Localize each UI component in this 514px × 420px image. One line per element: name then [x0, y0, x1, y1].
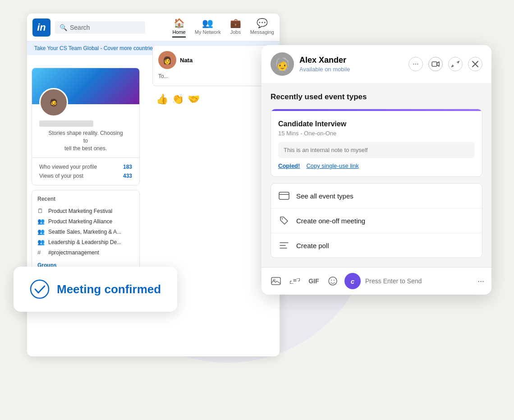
- menu-item-one-off-label: Create one-off meeting: [296, 217, 365, 225]
- menu-item-all-events-label: See all event types: [296, 192, 353, 200]
- sidebar-item-3[interactable]: 👥 Seattle Sales, Marketing & A...: [37, 226, 134, 237]
- expand-icon: [451, 60, 459, 68]
- link-icon[interactable]: [288, 274, 302, 288]
- profile-tagline: Stories shape reality. Choosing to tell …: [39, 129, 132, 152]
- tag-icon: [278, 215, 290, 226]
- check-circle-icon: [30, 279, 50, 299]
- expand-button[interactable]: [448, 57, 463, 71]
- emoji-icon[interactable]: [326, 274, 340, 288]
- sidebar-item-1[interactable]: 🗒 Product Marketing Festival: [37, 206, 134, 216]
- svg-rect-8: [271, 277, 280, 285]
- nav-messaging-label: Messaging: [250, 29, 274, 35]
- avatar-emoji: 🧔: [49, 98, 58, 107]
- sidebar-item-2[interactable]: 👥 Product Marketing Alliance: [37, 216, 134, 226]
- section-title: Recently used event types: [271, 92, 482, 102]
- stat-posts-label: Views of your post: [39, 173, 83, 179]
- more-footer-icon[interactable]: ···: [477, 277, 484, 286]
- more-options-button[interactable]: ···: [408, 57, 423, 71]
- gif-icon[interactable]: GIF: [307, 274, 321, 288]
- stat-row-views: Who viewed your profile 183: [39, 162, 132, 171]
- jobs-icon: 💼: [230, 18, 241, 28]
- calendly-popup: 🧓 Alex Xander Available on mobile ···: [262, 45, 491, 295]
- video-icon: [431, 61, 440, 67]
- profile-name-blurred: [39, 120, 93, 127]
- sidebar-item-5[interactable]: # #projectmanagement: [37, 247, 134, 258]
- search-bar[interactable]: 🔍 Search: [55, 21, 145, 34]
- svg-point-0: [31, 280, 49, 298]
- popup-header-actions: ···: [408, 57, 482, 71]
- video-call-button[interactable]: [428, 57, 443, 71]
- popup-avatar-emoji: 🧓: [275, 57, 289, 71]
- svg-point-4: [282, 218, 283, 219]
- event-card-subtitle: 15 Mins - One-on-One: [278, 130, 475, 137]
- group-icon-1: 👥: [37, 218, 45, 225]
- sidebar-recent-heading: Recent: [37, 196, 134, 202]
- nav-jobs[interactable]: 💼 Jobs: [230, 18, 241, 37]
- post-content: To...: [158, 73, 270, 80]
- hashtag-icon: #: [37, 249, 45, 256]
- menu-item-one-off[interactable]: Create one-off meeting: [271, 208, 482, 233]
- svg-rect-2: [279, 192, 289, 199]
- nav-network[interactable]: 👥 My Network: [195, 18, 221, 37]
- meeting-confirmed-card: Meeting confirmed: [14, 267, 177, 312]
- group-icon-2: 👥: [37, 228, 45, 235]
- stat-views-label: Who viewed your profile: [39, 164, 97, 170]
- close-icon: [472, 61, 478, 67]
- menu-item-all-events[interactable]: See all event types: [271, 184, 482, 208]
- image-icon[interactable]: [269, 274, 283, 288]
- profile-banner: 🧔: [32, 68, 139, 104]
- stat-posts-value: 433: [123, 173, 132, 179]
- post-author: 👩 Nata: [158, 51, 270, 69]
- linkedin-logo: in: [32, 18, 50, 37]
- internal-note-input[interactable]: [278, 142, 475, 158]
- popup-header: 🧓 Alex Xander Available on mobile ···: [262, 45, 491, 83]
- sidebar-item-4[interactable]: 👥 Leadership & Leadership De...: [37, 237, 134, 247]
- close-button[interactable]: [468, 57, 482, 71]
- avatar: 🧔: [39, 88, 68, 117]
- svg-rect-1: [432, 62, 437, 66]
- sidebar-item-label-4: Leadership & Leadership De...: [48, 239, 121, 245]
- menu-item-poll-label: Create poll: [296, 242, 329, 249]
- event-card-title: Candidate Interview: [278, 120, 475, 128]
- poll-icon: [278, 240, 290, 251]
- sidebar-item-label-1: Product Marketing Festival: [48, 208, 112, 214]
- card-icon: [278, 190, 290, 202]
- popup-user-status: Available on mobile: [299, 66, 403, 73]
- event-card-links: Copied! Copy single-use link: [278, 162, 475, 169]
- popup-user-info: Alex Xander Available on mobile: [299, 55, 403, 73]
- celebrate-icon[interactable]: 👏: [172, 93, 184, 105]
- profile-stats: Who viewed your profile 183 Views of you…: [32, 157, 139, 185]
- like-icon[interactable]: 👍: [156, 93, 168, 105]
- event-card-top-bar: [271, 109, 482, 111]
- calendly-button[interactable]: c: [344, 273, 361, 289]
- copy-single-use-link[interactable]: Copy single-use link: [306, 162, 358, 169]
- nav-home-label: Home: [172, 29, 185, 35]
- nav-network-label: My Network: [195, 29, 221, 35]
- message-input[interactable]: [365, 277, 473, 285]
- sidebar-item-label-3: Seattle Sales, Marketing & A...: [48, 229, 121, 235]
- profile-card: 🧔 Stories shape reality. Choosing to tel…: [32, 68, 140, 185]
- nata-post: 👩 Nata To...: [152, 45, 276, 86]
- sidebar-item-label-5: #projectmanagement: [48, 249, 99, 256]
- nav-home[interactable]: 🏠 Home: [172, 18, 185, 37]
- network-icon: 👥: [202, 18, 213, 28]
- page-icon: 🗒: [37, 208, 45, 214]
- popup-avatar: 🧓: [271, 52, 294, 76]
- nav-icons: 🏠 Home 👥 My Network 💼 Jobs 💬 Messaging: [172, 18, 274, 37]
- nata-avatar-emoji: 👩: [163, 56, 172, 65]
- nata-avatar: 👩: [158, 51, 176, 69]
- support-icon[interactable]: 🤝: [188, 93, 200, 105]
- sidebar-item-label-2: Product Marketing Alliance: [48, 218, 112, 225]
- nata-name: Nata: [180, 57, 193, 64]
- menu-item-poll[interactable]: Create poll: [271, 233, 482, 258]
- svg-point-10: [329, 277, 337, 285]
- nav-messaging[interactable]: 💬 Messaging: [250, 18, 274, 37]
- reaction-row: 👍 👏 🤝: [152, 90, 276, 109]
- copied-link[interactable]: Copied!: [278, 162, 300, 169]
- linkedin-navbar: in 🔍 Search 🏠 Home 👥 My Network 💼 Jobs 💬…: [27, 14, 280, 42]
- popup-user-name: Alex Xander: [299, 55, 403, 65]
- search-icon: 🔍: [60, 24, 67, 31]
- popup-footer: GIF c ···: [262, 267, 491, 295]
- popup-body: Recently used event types Candidate Inte…: [262, 83, 491, 267]
- stat-views-value: 183: [123, 164, 132, 170]
